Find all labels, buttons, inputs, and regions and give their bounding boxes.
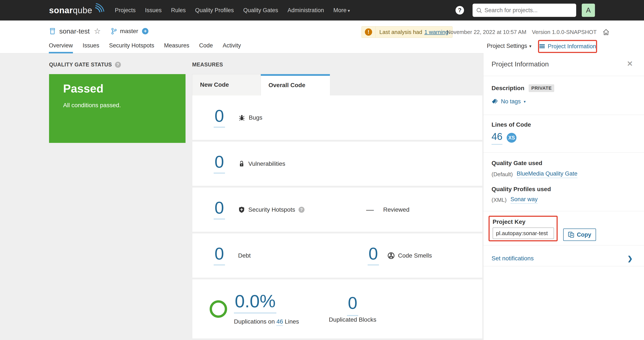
quality-profiles-qualifier: (XML) [492, 197, 507, 203]
measure-row-duplications: 0.0% Duplications on 46 Lines 0 Duplicat… [192, 279, 482, 339]
branch-selector: master + [110, 28, 149, 35]
close-icon[interactable]: ✕ [627, 59, 633, 68]
caret-down-icon: ▾ [348, 8, 350, 13]
duplications-percent-link[interactable]: 0.0% [234, 293, 276, 313]
quality-profile-link[interactable]: Sonar way [510, 196, 538, 204]
annotation-box-project-key: Project Key [488, 216, 558, 241]
security-hotspots-label: Security Hotspots [248, 206, 295, 213]
tab-security-hotspots[interactable]: Security Hotspots [109, 42, 154, 53]
branch-name: master [120, 28, 138, 35]
logo-text-light: qube [73, 6, 92, 15]
security-hotspots-count-link[interactable]: 0 [214, 200, 225, 220]
quality-gate-status-card: Passed All conditions passed. [49, 74, 186, 143]
caret-down-icon: ▾ [529, 44, 532, 49]
quality-gate-subtitle: All conditions passed. [63, 102, 186, 109]
project-tabs: Overview Issues Security Hotspots Measur… [49, 42, 241, 53]
caret-down-icon: ▾ [524, 99, 526, 104]
bugs-label: Bugs [249, 114, 262, 121]
top-navbar: sonarqube Projects Issues Rules Quality … [0, 0, 644, 21]
duplication-lines-link[interactable]: 46 [276, 318, 283, 326]
project-version: Version 1.0.0-SNAPSHOT [532, 29, 596, 36]
tab-code[interactable]: Code [199, 42, 213, 53]
measure-row-bugs: 0 Bugs [192, 95, 482, 140]
tab-overall-code[interactable]: Overall Code [261, 74, 330, 95]
tab-new-code[interactable]: New Code [192, 74, 261, 95]
nav-item-quality-gates[interactable]: Quality Gates [243, 7, 278, 14]
lines-of-code-label: Lines of Code [492, 121, 531, 128]
duplicated-blocks-count-link[interactable]: 0 [347, 293, 358, 316]
search-input[interactable] [484, 7, 570, 14]
project-information-button[interactable]: Project Information [548, 43, 596, 50]
nav-item-projects[interactable]: Projects [115, 7, 136, 14]
panel-title: Project Information [492, 60, 549, 68]
copy-button[interactable]: Copy [563, 229, 596, 241]
search-icon [476, 7, 482, 14]
global-search[interactable] [472, 4, 576, 17]
tab-issues[interactable]: Issues [83, 42, 99, 53]
list-icon [539, 43, 545, 50]
quality-gate-used-label: Quality Gate used [492, 160, 542, 166]
nav-menu: Projects Issues Rules Quality Profiles Q… [115, 7, 350, 14]
warning-icon: ! [365, 28, 372, 36]
measure-row-security-hotspots: 0 Security Hotspots ? — Reviewed [192, 187, 482, 232]
tags-icon [492, 98, 498, 105]
warning-link[interactable]: 1 warning [424, 29, 448, 36]
duplications-caption: Duplications on 46 Lines [234, 318, 299, 325]
divider [484, 211, 644, 211]
help-circle-icon[interactable]: ? [115, 62, 121, 68]
analysis-warning-badge: ! Last analysis had 1 warning [362, 26, 452, 38]
vulnerabilities-count-link[interactable]: 0 [214, 154, 225, 174]
visibility-badge: PRIVATE [529, 84, 554, 92]
divider [484, 266, 644, 266]
divider [484, 152, 644, 153]
code-smells-icon [388, 252, 395, 259]
description-label: Description [492, 85, 524, 91]
nav-item-more[interactable]: More▾ [333, 7, 350, 14]
measures-section-label: MEASURES [192, 62, 223, 68]
nav-item-issues[interactable]: Issues [145, 7, 162, 14]
project-information-panel: Project Information ✕ Description PRIVAT… [483, 53, 644, 340]
debt-label: Debt [238, 252, 251, 259]
tab-activity[interactable]: Activity [223, 42, 241, 53]
favorite-star-icon[interactable]: ☆ [94, 27, 101, 35]
duplicated-blocks-label: Duplicated Blocks [329, 316, 376, 323]
analysis-date: November 22, 2022 at 10:57 AM [446, 29, 526, 36]
branch-icon [110, 28, 118, 35]
logo-text-bold: sonar [49, 6, 73, 15]
nav-item-administration[interactable]: Administration [288, 7, 324, 14]
project-title-row: sonar-test ☆ master + [49, 25, 148, 37]
project-key-label: Project Key [492, 219, 554, 225]
add-branch-icon[interactable]: + [142, 28, 148, 34]
code-smells-label: Code Smells [398, 252, 432, 259]
home-icon[interactable] [602, 28, 610, 36]
quality-gate-status: Passed [63, 82, 186, 95]
tab-overview[interactable]: Overview [49, 42, 73, 53]
tags-dropdown[interactable]: No tags ▾ [492, 98, 526, 105]
set-notifications-link[interactable]: Set notifications ❯ [492, 252, 636, 265]
sonarqube-logo[interactable]: sonarqube [49, 6, 105, 15]
nav-item-quality-profiles[interactable]: Quality Profiles [195, 7, 234, 14]
lines-of-code-value[interactable]: 46 [492, 131, 502, 145]
analysis-meta-row: November 22, 2022 at 10:57 AM Version 1.… [446, 26, 610, 38]
divider [484, 245, 644, 245]
tab-measures[interactable]: Measures [164, 42, 189, 53]
quality-gate-qualifier: (Default) [492, 171, 513, 178]
warning-text: Last analysis had [379, 29, 422, 36]
project-settings-dropdown[interactable]: Project Settings ▾ [487, 43, 532, 49]
user-avatar[interactable]: A [582, 4, 595, 17]
chevron-right-icon: ❯ [627, 255, 633, 262]
project-key-input[interactable] [492, 227, 554, 239]
bugs-count-link[interactable]: 0 [214, 108, 225, 128]
measure-row-debt-code-smells: 0 Debt 0 Code Smells [192, 233, 482, 278]
help-icon[interactable]: ? [456, 6, 464, 15]
logo-waves-icon [94, 3, 105, 15]
quality-gate-section-label: QUALITY GATE STATUS ? [49, 62, 121, 68]
code-smells-count-link[interactable]: 0 [368, 246, 379, 265]
shield-icon [238, 206, 245, 213]
nav-item-rules[interactable]: Rules [171, 7, 186, 14]
help-circle-icon[interactable]: ? [298, 207, 304, 213]
quality-gate-link[interactable]: BlueMedia Quality Gate [517, 171, 578, 178]
divider [484, 76, 644, 76]
debt-count-link[interactable]: 0 [214, 246, 225, 265]
duplication-donut [210, 300, 227, 318]
